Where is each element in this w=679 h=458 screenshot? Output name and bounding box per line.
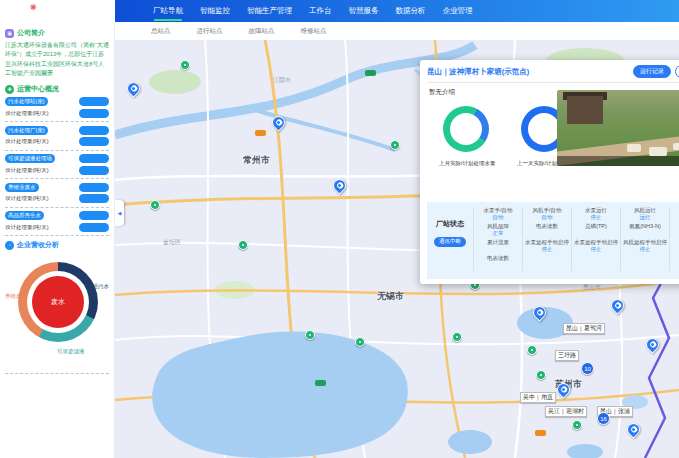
- stat-label-leachate: 垃圾渗滤液处理场: [5, 154, 55, 163]
- map-station-label[interactable]: 昆山｜夏驾河: [563, 323, 605, 334]
- status-column: 水泵运行运行 化学需氧量 配电柜停止: [669, 207, 679, 271]
- map-area: 总站点 运行站点 故障站点 维修站点: [115, 22, 679, 458]
- status-value: 自动: [476, 214, 520, 221]
- stat-value-pill: [79, 211, 109, 220]
- status-label: 配电柜: [672, 239, 679, 246]
- status-value: 停止: [574, 246, 618, 253]
- revenue-donut-chart: 废水 养殖废水 生活污水 垃圾渗滤液: [5, 253, 109, 369]
- road-badge-icon: [535, 430, 546, 436]
- nav-item-enterprise-mgmt[interactable]: 企业管理: [443, 6, 473, 16]
- filter-all-stations[interactable]: 总站点: [151, 27, 171, 36]
- stat-label-sewage-station: 污水处理站(座): [5, 97, 48, 106]
- status-label: 水泵远程手动启停: [574, 239, 618, 246]
- nav-item-station-navigation[interactable]: 厂站导航: [153, 6, 183, 16]
- stat-value-pill: [79, 194, 109, 203]
- status-label: 累计流量: [476, 239, 520, 246]
- filter-running-stations[interactable]: 运行站点: [197, 27, 223, 36]
- status-value: [476, 262, 520, 269]
- station-status-label: 厂站状态: [427, 219, 473, 229]
- company-section-title: 公司简介: [17, 28, 45, 38]
- divider: [5, 150, 109, 151]
- status-label: 水泵远程手动启停: [525, 239, 569, 246]
- left-sidebar: ▣ 公司简介 江苏大通环保设备有限公司（简称“大通环保”）成立于2013年，总部…: [0, 22, 115, 458]
- gauge-ring: [443, 106, 489, 152]
- stat-value-pill: [79, 183, 109, 192]
- stat-sublabel: 设计处理量(吨/天): [5, 138, 49, 145]
- stat-value-pill: [79, 126, 109, 135]
- road-badge-icon: [365, 70, 376, 76]
- nav-item-data-analysis[interactable]: 数据分析: [396, 6, 426, 16]
- filter-fault-stations[interactable]: 故障站点: [249, 27, 275, 36]
- stat-label-sewage-plant: 污水处理厂(座): [5, 126, 48, 135]
- station-status-panel: 厂站状态 通讯中断 水泵手/自动自动 风机故障正常 累计流量 电表读数 风机手/…: [427, 202, 679, 279]
- map-station-label[interactable]: 吴中｜甪直: [520, 392, 556, 403]
- revenue-analysis-icon: ◔: [5, 241, 14, 250]
- status-value: [574, 230, 618, 237]
- nav-item-smart-service[interactable]: 智慧服务: [349, 6, 379, 16]
- cluster-marker[interactable]: 16: [597, 412, 610, 425]
- station-green-marker[interactable]: [355, 337, 365, 347]
- map-station-label[interactable]: 吴江｜迎湖村: [545, 406, 587, 417]
- status-column: 风机手/自动自动 电表读数 水泵远程手动启停停止: [522, 207, 571, 271]
- status-value: 运行: [672, 214, 679, 221]
- station-green-marker[interactable]: [452, 332, 462, 342]
- stat-value-pill: [79, 223, 109, 232]
- station-green-marker[interactable]: [536, 370, 546, 380]
- status-label: 氨氮(NH3-N): [623, 223, 667, 230]
- station-green-marker[interactable]: [150, 200, 160, 210]
- status-value: 正常: [476, 230, 520, 237]
- company-icon: ▣: [5, 29, 14, 38]
- popup-title: 昆山｜波神潭村卜家塘(示范点): [427, 67, 629, 77]
- divider: [5, 207, 109, 208]
- status-label: 电表读数: [525, 223, 569, 230]
- nav-item-workbench[interactable]: 工作台: [309, 6, 332, 16]
- stat-value-pill: [79, 109, 109, 118]
- town-label: 昆山市: [583, 283, 601, 292]
- cluster-marker[interactable]: 10: [581, 362, 594, 375]
- stat-value-pill: [79, 97, 109, 106]
- status-label: 总磷(TP): [574, 223, 618, 230]
- company-intro: 江苏大通环保设备有限公司（简称“大通环保”）成立于2013年，总部位于江苏宜兴环…: [5, 42, 109, 76]
- collapse-sidebar-icon[interactable]: ◀: [115, 200, 124, 226]
- status-value: 运行: [623, 214, 667, 221]
- status-label: 风机手/自动: [525, 207, 569, 214]
- town-label: 江阴市: [273, 76, 291, 85]
- status-column: 水泵运行停止 总磷(TP) 水泵远程手动启停停止: [571, 207, 620, 271]
- map-canvas[interactable]: 常州市 无锡市 苏州市 江阴市 张家港市 常熟市 太仓市 昆山市 金坛区: [115, 40, 679, 458]
- stat-sublabel: 设计处理量(吨/天): [5, 195, 49, 202]
- status-label: 风机远程手动启停: [623, 239, 667, 246]
- status-label: 风机运行: [623, 207, 667, 214]
- status-value: [672, 230, 679, 237]
- stat-value-pill: [79, 154, 109, 163]
- gauge-month-water: 上月实际/计划处理水量: [439, 106, 493, 167]
- comm-interrupted-badge[interactable]: 通讯中断: [434, 237, 466, 247]
- top-bar: ❋ 厂站导航 智能监控 智能生产管理 工作台 智慧服务 数据分析 企业管理: [0, 0, 679, 22]
- status-label: 化学需氧量: [672, 223, 679, 230]
- status-value: 停止: [525, 246, 569, 253]
- status-value: [623, 230, 667, 237]
- station-filter-bar: 总站点 运行站点 故障站点 维修站点: [115, 22, 679, 40]
- map-station-label[interactable]: 三圩路: [555, 350, 579, 361]
- stat-label-reclaimed-water: 高品质再生水: [5, 211, 44, 220]
- ops-section-title: 运营中心概况: [17, 84, 59, 94]
- divider: [5, 373, 109, 374]
- station-green-marker[interactable]: [180, 60, 190, 70]
- ops-center-icon: ✚: [5, 85, 14, 94]
- main-nav: 厂站导航 智能监控 智能生产管理 工作台 智慧服务 数据分析 企业管理: [115, 0, 679, 22]
- station-green-marker[interactable]: [390, 140, 400, 150]
- expand-link[interactable]: 展开: [41, 70, 53, 76]
- nav-item-smart-monitoring[interactable]: 智能监控: [200, 6, 230, 16]
- legend-leachate: 垃圾渗滤液: [57, 348, 85, 355]
- station-green-marker[interactable]: [238, 240, 248, 250]
- station-green-marker[interactable]: [572, 420, 582, 430]
- status-value: 停止: [672, 246, 679, 253]
- photo-watermark: [557, 156, 679, 166]
- station-green-marker[interactable]: [305, 330, 315, 340]
- station-green-marker[interactable]: [527, 345, 537, 355]
- nav-item-smart-production[interactable]: 智能生产管理: [247, 6, 292, 16]
- status-label: 水泵运行: [672, 207, 679, 214]
- process-flow-button[interactable]: 工艺流程: [675, 65, 679, 78]
- logo-icon: ❋: [30, 4, 37, 12]
- run-record-button[interactable]: 运行记录: [633, 65, 671, 78]
- filter-maintenance-stations[interactable]: 维修站点: [301, 27, 327, 36]
